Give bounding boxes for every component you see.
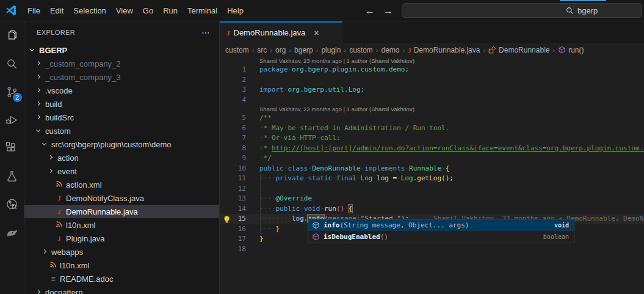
breadcrumb-item-bgerp[interactable]: bgerp [294,46,313,54]
breadcrumb-item-demo[interactable]: demo [381,46,399,54]
suggest-item-isdebugenabled[interactable]: isDebugEnabled()boolean [308,231,574,243]
breadcrumb-separator: › [483,46,485,54]
breadcrumb-item-run-[interactable]: run() [558,46,584,54]
command-center-search[interactable]: bgerp [402,3,642,18]
tree-item-demonotifyclass-java[interactable]: JDemoNotifyClass.java [24,191,219,205]
testing-icon[interactable] [0,162,24,190]
line-number: 9 [220,153,246,164]
tree-item-build[interactable]: build [24,97,219,111]
tree-item--custom-company-3[interactable]: _custom_company_3 [24,70,219,84]
code-line-11[interactable]: 11····private·static·final·Log·log·=·Log… [220,174,644,184]
run-and-debug-icon[interactable] [0,106,24,134]
menu-terminal[interactable]: Terminal [183,4,222,18]
tree-item-readme-adoc[interactable]: ≡README.adoc [24,272,219,285]
git-graph-icon[interactable] [0,190,24,218]
tree-item-event[interactable]: event [24,164,219,178]
breadcrumb-item-demorunnable[interactable]: DemoRunnable [488,46,549,54]
gradle-icon[interactable] [0,218,24,246]
code-line-5[interactable]: 5/** [220,113,644,123]
line-number: 6 [220,123,246,134]
method-symbol-icon [312,233,320,241]
line-number: 1 [220,65,246,75]
xml-file-icon [49,261,57,270]
menu-run[interactable]: Run [158,4,183,18]
menu-go[interactable]: Go [138,4,158,18]
chevron-right-icon [35,290,40,294]
tree-item-action-xml[interactable]: action.xml [24,178,219,191]
breadcrumb-item-src[interactable]: src [257,46,267,54]
tree-item-plugin-java[interactable]: JPlugin.java [24,232,219,245]
tree-item-label: docpattern [45,288,82,294]
tree-item-l10n-xml[interactable]: l10n.xml [24,259,219,272]
line-number: 14 [220,204,246,215]
menu-edit[interactable]: Edit [45,4,68,18]
nav-arrows: ← → [365,0,393,21]
menu-view[interactable]: View [111,4,138,18]
chevron-down-icon [35,128,40,132]
code-line-12[interactable]: 12 [220,184,644,194]
tree-item-docpattern[interactable]: docpattern [24,285,219,294]
line-number: 4 [220,95,246,106]
breadcrumb-item-org[interactable]: org [275,46,286,54]
code-line-18[interactable]: 18 [220,244,644,255]
tree-item--custom-company-2[interactable]: _custom_company_2 [24,57,219,70]
code-line-3[interactable]: 3import·org.bgerp.util.Log; [220,85,644,95]
code-line-13[interactable]: 13····@Override [220,194,644,204]
suggest-return-type: void [554,222,569,229]
source-control-icon[interactable]: 2 [0,78,24,106]
tab-demorunnable[interactable]: J DemoRunnable.java × [220,21,342,43]
code-line-10[interactable]: 10public·class·DemoRunnable·implements·R… [220,164,644,174]
breadcrumb-separator: › [403,46,405,54]
java-file-icon: J [408,46,411,54]
breadcrumb-separator: › [552,46,555,54]
tree-item-label: build [45,100,62,109]
tree-item-action[interactable]: action [24,151,219,164]
tree-item-label: custom [45,127,71,136]
breadcrumb-item-plugin[interactable]: plugin [321,46,341,54]
line-number: 12 [220,184,246,194]
sidebar-more-actions-icon[interactable]: ⋯ [201,28,211,37]
code-line-9[interactable]: 9·*/ [220,153,644,164]
tree-item-label: src\org\bgerp\plugin\custom\demo [51,140,172,149]
extensions-icon[interactable] [0,134,24,162]
tab-strip: J DemoRunnable.java × [220,21,644,43]
explorer-icon[interactable] [0,21,24,50]
code-line-14[interactable]: 14····public·void·run()·{ [220,204,644,215]
tree-root-bgerp[interactable]: BGERP [24,43,219,57]
code-line-1[interactable]: 1package·org.bgerp.plugin.custom.demo; [220,65,644,75]
code-line-4[interactable]: 4 [220,95,644,106]
line-number: 2 [220,75,246,86]
tree-item-l10n-xml[interactable]: l10n.xml [24,218,219,232]
code-line-6[interactable]: 6·*·May·be·started·in·Administration·/·R… [220,123,644,134]
code-line-2[interactable]: 2 [220,75,644,86]
breadcrumb-item-demorunnable-java[interactable]: JDemoRunnable.java [408,46,480,54]
menu-selection[interactable]: Selection [68,4,110,18]
tree-item--vscode[interactable]: .vscode [24,84,219,97]
line-number: 10 [220,164,246,174]
tree-item-label: Plugin.java [66,234,105,243]
chevron-right-icon [42,249,46,254]
suggest-item-info[interactable]: info(String message, Object... args)void [308,219,574,231]
forward-arrow-icon[interactable]: → [383,6,393,17]
top-accent-strip [560,0,606,1]
tree-item-buildsrc[interactable]: buildSrc [24,111,219,124]
breadcrumb-separator: › [344,46,346,54]
breadcrumb-item-custom[interactable]: custom [225,46,249,54]
lightbulb-icon[interactable] [223,215,231,224]
menu-help[interactable]: Help [222,4,248,18]
back-arrow-icon[interactable]: ← [365,6,375,17]
search-icon[interactable] [0,50,24,78]
code-line-7[interactable]: 7·*·Or·via·HTTP·call: [220,133,644,144]
suggest-label: isDebugEnabled [324,233,380,241]
tree-item-custom[interactable]: custom [24,124,219,138]
tree-item-demorunnable-java[interactable]: JDemoRunnable.java [24,205,219,218]
code-editor[interactable]: Shamil Vakhitov, 23 months ago | 1 autho… [220,57,644,294]
tree-item-src-org-bgerp-plugin-custom-demo[interactable]: src\org\bgerp\plugin\custom\demo [24,138,219,151]
breadcrumb-item-custom[interactable]: custom [349,46,373,54]
menu-file[interactable]: File [23,4,45,18]
tree-item-webapps[interactable]: webapps [24,245,219,259]
tab-close-icon[interactable]: × [314,28,319,38]
code-line-8[interactable]: 8·*·http://[host]:[port]/admin/run.do?ac… [220,144,644,154]
chevron-right-icon [35,101,40,106]
chevron-right-icon [48,169,52,173]
